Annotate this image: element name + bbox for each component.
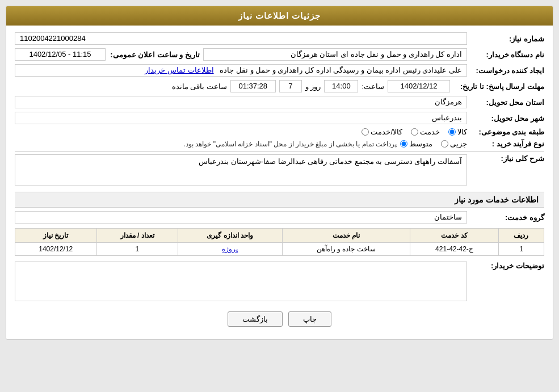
buyer-notes-row: توضیحات خریدار:: [15, 262, 544, 303]
need-number-label: شماره نیاز:: [470, 35, 544, 43]
purchase-type-row: نوع فرآیند خرید : جزیی متوسط پرداخت تمام…: [15, 140, 544, 148]
buyer-org-label: نام دستگاه خریدار:: [470, 50, 544, 59]
deadline-time-value: 14:00: [324, 80, 358, 92]
deadline-date-value: 1402/12/12: [388, 80, 450, 92]
deadline-remaining-label: ساعت باقی مانده: [172, 82, 227, 91]
purchase-type-desc: پرداخت تمام یا بخشی از مبلغ خریدار از مح…: [15, 140, 397, 148]
province-row: استان محل تحویل: هرمزگان: [15, 96, 544, 108]
cell-row-0: 1: [498, 243, 544, 256]
page-wrapper: جزئیات اطلاعات نیاز شماره نیاز: 11020042…: [0, 0, 559, 392]
announce-datetime-value: 1402/12/05 - 11:15: [15, 48, 106, 61]
table-row: 1 ج-42-42-421 ساخت جاده و راه‌آهن پروژه …: [15, 243, 544, 256]
purchase-motavaset-option[interactable]: متوسط: [400, 140, 432, 148]
deadline-days-value: 7: [279, 80, 302, 92]
cell-name-0: ساخت جاده و راه‌آهن: [282, 243, 410, 256]
province-value: هرمزگان: [15, 96, 467, 108]
divider1: [15, 151, 544, 152]
panel-body: شماره نیاز: 1102004221000284 نام دستگاه …: [6, 26, 553, 339]
col-quantity: تعداد / مقدار: [96, 229, 178, 243]
purchase-jozei-option[interactable]: جزیی: [441, 140, 467, 148]
cell-code-0: ج-42-42-421: [410, 243, 499, 256]
services-table-header-row: ردیف کد خدمت نام خدمت واحد اندازه گیری ت…: [15, 229, 544, 243]
col-date: تاریخ نیاز: [15, 229, 97, 243]
category-kala-khedmat-radio[interactable]: [362, 128, 369, 136]
category-kala-option[interactable]: کالا: [448, 128, 467, 136]
cell-date-0: 1402/12/12: [15, 243, 97, 256]
buyer-org-value: اداره کل راهداری و حمل و نقل جاده ای است…: [203, 48, 467, 61]
buyer-notes-label: توضیحات خریدار:: [470, 262, 544, 270]
service-group-row: گروه خدمت: ساختمان: [15, 211, 544, 224]
need-desc-label: شرح کلی نیاز:: [470, 154, 544, 163]
need-desc-container: [15, 154, 467, 187]
panel-title: جزئیات اطلاعات نیاز: [238, 11, 321, 20]
buyer-notes-container: [15, 262, 467, 303]
col-row: ردیف: [498, 229, 544, 243]
city-label: شهر محل تحویل:: [470, 114, 544, 123]
services-table-head: ردیف کد خدمت نام خدمت واحد اندازه گیری ت…: [15, 229, 544, 243]
services-section-title: اطلاعات خدمات مورد نیاز: [15, 192, 544, 208]
buyer-org-row: نام دستگاه خریدار: اداره کل راهداری و حم…: [15, 48, 544, 61]
category-khedmat-option[interactable]: خدمت: [411, 128, 440, 136]
purchase-type-radio-group: جزیی متوسط: [400, 140, 467, 148]
creator-text: علی علیدادی رئیس اداره بیمان و رسیدگی اد…: [220, 66, 462, 74]
cell-unit-0[interactable]: پروژه: [178, 243, 282, 256]
need-number-value: 1102004221000284: [15, 32, 467, 45]
category-kala-radio[interactable]: [448, 128, 456, 136]
category-kala-khedmat-label: کالا/خدمت: [371, 128, 402, 136]
category-label: طبقه بندی موضوعی:: [470, 128, 544, 136]
main-panel: جزئیات اطلاعات نیاز شماره نیاز: 11020042…: [6, 6, 553, 340]
category-kala-khedmat-option[interactable]: کالا/خدمت: [362, 128, 402, 136]
purchase-type-label: نوع فرآیند خرید :: [470, 140, 544, 148]
deadline-time-label: ساعت:: [362, 82, 384, 91]
category-radio-group: کالا خدمت کالا/خدمت: [362, 128, 467, 136]
services-table-body: 1 ج-42-42-421 ساخت جاده و راه‌آهن پروژه …: [15, 243, 544, 256]
button-group: چاپ بازگشت: [15, 311, 544, 332]
creator-value: علی علیدادی رئیس اداره بیمان و رسیدگی اد…: [15, 64, 467, 77]
announce-label: تاریخ و ساعت اعلان عمومی:: [109, 50, 200, 59]
deadline-days-label: روز و: [305, 82, 321, 91]
deadline-row: مهلت ارسال پاسخ: تا تاریخ: 1402/12/12 سا…: [15, 80, 544, 92]
creator-contact-link[interactable]: اطلاعات تماس خریدار: [145, 66, 213, 74]
panel-header: جزئیات اطلاعات نیاز: [6, 6, 553, 26]
creator-row: ایجاد کننده درخواست: علی علیدادی رئیس اد…: [15, 64, 544, 77]
deadline-label: مهلت ارسال پاسخ: تا تاریخ:: [453, 82, 544, 91]
need-desc-textarea[interactable]: [15, 154, 467, 186]
print-button[interactable]: چاپ: [288, 311, 331, 327]
deadline-remaining-value: 01:37:28: [230, 80, 276, 92]
city-value: بندرعباس: [15, 112, 467, 124]
purchase-jozei-radio[interactable]: [441, 140, 448, 147]
back-button[interactable]: بازگشت: [228, 311, 283, 327]
category-khedmat-radio[interactable]: [411, 128, 418, 136]
city-row: شهر محل تحویل: بندرعباس: [15, 112, 544, 124]
category-kala-label: کالا: [457, 128, 467, 136]
purchase-motavaset-label: متوسط: [409, 140, 432, 148]
col-name: نام خدمت: [282, 229, 410, 243]
category-khedmat-label: خدمت: [420, 128, 440, 136]
services-table: ردیف کد خدمت نام خدمت واحد اندازه گیری ت…: [15, 228, 544, 256]
col-unit: واحد اندازه گیری: [178, 229, 282, 243]
creator-label: ایجاد کننده درخواست:: [470, 66, 544, 75]
purchase-jozei-label: جزیی: [450, 140, 467, 148]
buyer-notes-textarea[interactable]: [15, 262, 467, 301]
category-row: طبقه بندی موضوعی: کالا خدمت کالا/خدمت: [15, 128, 544, 136]
service-group-value: ساختمان: [15, 211, 467, 224]
need-number-row: شماره نیاز: 1102004221000284: [15, 32, 544, 45]
need-desc-row: شرح کلی نیاز:: [15, 154, 544, 187]
service-group-label: گروه خدمت:: [470, 213, 544, 222]
col-code: کد خدمت: [410, 229, 499, 243]
cell-quantity-0: 1: [96, 243, 178, 256]
purchase-motavaset-radio[interactable]: [400, 140, 407, 147]
province-label: استان محل تحویل:: [470, 98, 544, 107]
